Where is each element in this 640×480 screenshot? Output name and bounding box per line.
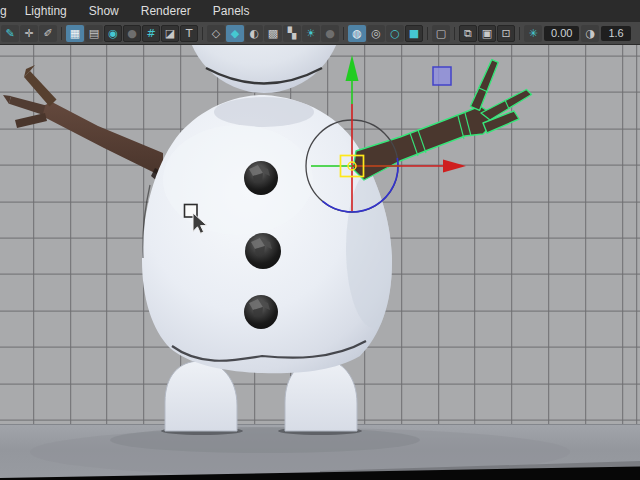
menu-lighting[interactable]: Lighting — [14, 1, 78, 21]
manipulator-x-arrow — [443, 160, 466, 173]
toolbar-separator — [424, 25, 431, 42]
maya-viewport-window: gLightingShowRendererPanels ✎✛✐▦▤◉●#◪T◇◆… — [0, 0, 640, 480]
coal-buttons[interactable] — [244, 161, 281, 329]
coal-button-top — [244, 161, 278, 195]
checker-mode-button[interactable]: ▚ — [283, 25, 301, 42]
menu-panels[interactable]: Panels — [202, 1, 261, 21]
select-area-button[interactable]: ▢ — [432, 25, 450, 42]
menu-show[interactable]: Show — [78, 1, 130, 21]
image-plane-button[interactable]: ◪ — [161, 25, 179, 42]
toolbar-separator — [340, 25, 347, 42]
hud-text-button[interactable]: T — [180, 25, 198, 42]
left-branch-arm[interactable] — [3, 65, 163, 186]
coal-button-middle — [245, 233, 281, 269]
duplicate-view-button[interactable]: ⧉ — [459, 25, 477, 42]
panel-menu-bar: gLightingShowRendererPanels — [0, 0, 640, 22]
xray-button[interactable]: ◎ — [367, 25, 385, 42]
pan-zoom-tool-button[interactable]: ✛ — [20, 25, 38, 42]
film-gate-button[interactable]: ▤ — [85, 25, 103, 42]
exposure-toggle-button[interactable]: ✳ — [524, 25, 542, 42]
use-all-lights-button[interactable]: ☀ — [302, 25, 320, 42]
shaded-textured-button[interactable]: ◐ — [245, 25, 263, 42]
wireframe-on-shaded-button[interactable]: ○ — [386, 25, 404, 42]
render-sphere-off-button[interactable]: ● — [123, 25, 141, 42]
resolution-gate-button[interactable]: # — [142, 25, 160, 42]
copy-view-button[interactable]: ▣ — [478, 25, 496, 42]
contrast-toggle-button[interactable]: ◑ — [581, 25, 599, 42]
gamma-field[interactable]: 1.6 — [601, 26, 630, 41]
pane-layout-button[interactable]: ▦ — [66, 25, 84, 42]
coal-button-bottom — [244, 295, 278, 329]
menu-shading-partial[interactable]: g — [0, 1, 14, 21]
left-foot — [165, 361, 237, 431]
selection-handle[interactable] — [433, 67, 451, 85]
menu-renderer[interactable]: Renderer — [130, 1, 202, 21]
scene-overlay — [0, 45, 640, 480]
pan-region-button[interactable]: ⊡ — [497, 25, 515, 42]
toolbar-separator — [516, 25, 523, 42]
wireframe-mode-button[interactable]: ◇ — [207, 25, 225, 42]
toolbar-separator — [58, 25, 65, 42]
toolbar-separator — [451, 25, 458, 42]
brush-tool-button[interactable]: ✐ — [39, 25, 57, 42]
render-sphere-button[interactable]: ◉ — [104, 25, 122, 42]
shaded-mode-button[interactable]: ◆ — [226, 25, 244, 42]
textured-mode-button[interactable]: ▩ — [264, 25, 282, 42]
marker-tool-button[interactable]: ✎ — [1, 25, 19, 42]
viewport-3d[interactable] — [0, 45, 640, 480]
default-material-button[interactable]: ◍ — [348, 25, 366, 42]
manipulator-y-arrow — [346, 55, 359, 81]
exposure-field[interactable]: 0.00 — [544, 26, 579, 41]
isolate-select-button[interactable]: ■ — [405, 25, 423, 42]
panel-toolbar: ✎✛✐▦▤◉●#◪T◇◆◐▩▚☀●◍◎○■▢⧉▣⊡✳0.00◑1.6 — [0, 22, 640, 45]
shadows-button[interactable]: ● — [321, 25, 339, 42]
toolbar-separator — [199, 25, 206, 42]
